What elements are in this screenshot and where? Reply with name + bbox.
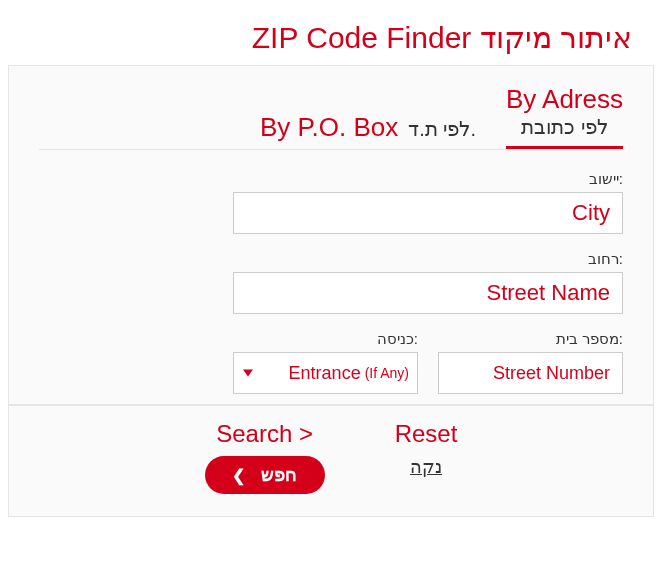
street-label: רחוב:	[588, 250, 623, 268]
tab-pobox-he: לפי ת.ד.	[408, 117, 476, 141]
chevron-down-icon	[243, 370, 253, 377]
tab-pobox-en: By P.O. Box	[260, 112, 398, 143]
tab-address-en: By Adress	[506, 84, 623, 115]
chevron-left-icon: ❮	[232, 466, 245, 485]
actions-footer: Search > ❮ חפש Reset נקה	[8, 405, 654, 517]
entrance-field: כניסה: Entrance (If Any)	[233, 330, 418, 394]
tab-pobox[interactable]: By P.O. Box לפי ת.ד.	[260, 84, 476, 149]
title-he: איתור מיקוד	[480, 21, 632, 54]
search-en-label: Search >	[216, 420, 313, 448]
search-column: Search > ❮ חפש	[205, 420, 325, 494]
house-field: מספר בית:	[438, 330, 623, 394]
title-en: ZIP Code Finder	[252, 21, 472, 54]
house-input[interactable]	[438, 352, 623, 394]
city-label: יישוב:	[589, 170, 623, 188]
city-field: יישוב:	[233, 170, 623, 234]
reset-column: Reset נקה	[395, 420, 458, 494]
form-panel: By P.O. Box לפי ת.ד. By Adress לפי כתובת…	[8, 65, 654, 405]
reset-link[interactable]: נקה	[410, 456, 442, 478]
search-he-label: חפש	[261, 464, 297, 486]
page-title: ZIP Code Finder איתור מיקוד	[0, 0, 662, 65]
entrance-selected: Entrance	[289, 363, 361, 384]
house-entrance-row: כניסה: Entrance (If Any) מספר בית:	[233, 330, 623, 394]
tab-address[interactable]: By Adress לפי כתובת	[506, 84, 623, 149]
street-input[interactable]	[233, 272, 623, 314]
tabs: By P.O. Box לפי ת.ד. By Adress לפי כתובת	[39, 84, 623, 150]
city-input[interactable]	[233, 192, 623, 234]
tab-address-he: לפי כתובת	[521, 115, 608, 139]
reset-en-label: Reset	[395, 420, 458, 448]
search-button[interactable]: ❮ חפש	[205, 456, 325, 494]
street-field: רחוב:	[233, 250, 623, 314]
house-label: מספר בית:	[556, 330, 623, 348]
entrance-label: כניסה:	[377, 330, 418, 348]
entrance-select[interactable]: Entrance (If Any)	[233, 352, 418, 394]
address-form: יישוב: רחוב: כניסה: Entrance (If Any) מס…	[39, 170, 623, 394]
entrance-note: (If Any)	[365, 365, 409, 381]
